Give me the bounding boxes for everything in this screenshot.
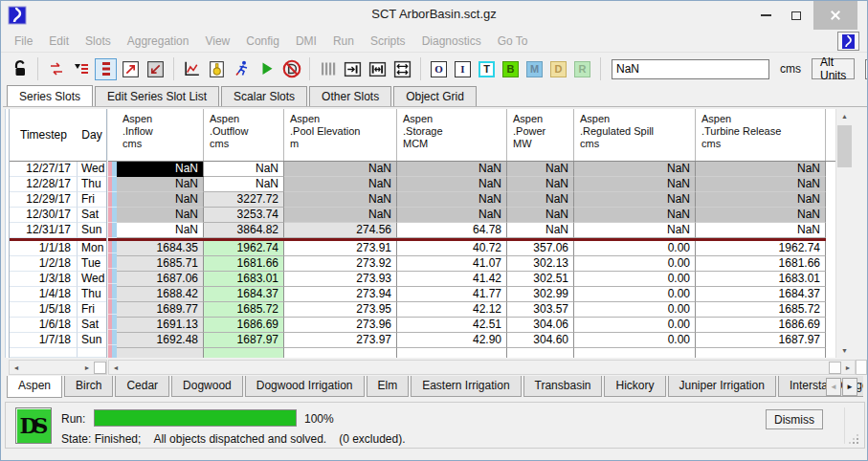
- day-cell[interactable]: Fri: [78, 302, 106, 318]
- table-cell[interactable]: NaN: [204, 162, 284, 177]
- table-cell[interactable]: NaN: [696, 162, 826, 177]
- table-cell[interactable]: 1687.97: [204, 333, 284, 348]
- timestep-cell[interactable]: 1/2/18: [10, 256, 78, 272]
- expand-aggregation-icon[interactable]: [120, 58, 142, 80]
- table-cell[interactable]: 302.51: [507, 272, 574, 287]
- scroll-right-button[interactable]: ►: [80, 361, 94, 374]
- menu-file[interactable]: File: [14, 34, 33, 48]
- table-cell[interactable]: NaN: [507, 162, 574, 177]
- sort-timesteps-icon[interactable]: [70, 58, 92, 80]
- tab-object-grid[interactable]: Object Grid: [393, 86, 477, 106]
- table-cell[interactable]: 1685.71: [117, 256, 204, 272]
- table-cell[interactable]: [284, 348, 397, 358]
- tab-scroll-right-button[interactable]: ►: [842, 378, 857, 396]
- tab-scalar-slots[interactable]: Scalar Slots: [221, 86, 307, 106]
- menu-view[interactable]: View: [205, 34, 230, 48]
- object-tab-elm[interactable]: Elm: [367, 376, 410, 397]
- timestep-header[interactable]: Timestep Day: [10, 109, 106, 162]
- dismiss-button[interactable]: Dismiss: [766, 409, 823, 429]
- table-cell[interactable]: NaN: [284, 177, 397, 192]
- table-cell[interactable]: 1683.01: [696, 272, 826, 287]
- table-cell[interactable]: 41.07: [397, 256, 507, 272]
- table-cell[interactable]: NaN: [507, 177, 574, 192]
- day-cell[interactable]: Thu: [78, 177, 106, 192]
- day-cell[interactable]: Mon: [78, 241, 106, 256]
- maximize-button[interactable]: [781, 1, 812, 30]
- table-cell[interactable]: 0.00: [574, 318, 696, 333]
- table-cell[interactable]: 1684.35: [117, 241, 204, 256]
- table-cell[interactable]: NaN: [574, 162, 696, 177]
- start-run-icon[interactable]: [256, 58, 278, 80]
- menu-scripts[interactable]: Scripts: [370, 34, 406, 48]
- table-cell[interactable]: 1686.69: [696, 318, 826, 333]
- horizontal-scrollbar-thumb[interactable]: [94, 362, 106, 374]
- vertical-scrollbar[interactable]: ▲ ▼: [835, 109, 852, 358]
- table-cell[interactable]: 1962.74: [204, 241, 284, 256]
- fit-all-columns-icon[interactable]: [391, 58, 413, 80]
- table-cell[interactable]: 273.92: [284, 256, 397, 272]
- menu-slots[interactable]: Slots: [85, 34, 111, 48]
- table-cell[interactable]: 0.00: [574, 256, 696, 272]
- table-cell[interactable]: NaN: [397, 177, 507, 192]
- table-cell[interactable]: 303.57: [507, 302, 574, 318]
- table-cell[interactable]: NaN: [507, 208, 574, 223]
- table-cell[interactable]: 1692.48: [117, 333, 204, 348]
- vertical-scrollbar-thumb[interactable]: [837, 125, 852, 167]
- flag-button-r[interactable]: R: [574, 61, 590, 77]
- tab-series-slots[interactable]: Series Slots: [7, 85, 93, 106]
- day-cell[interactable]: Fri: [78, 192, 106, 208]
- table-cell[interactable]: 41.77: [397, 287, 507, 302]
- flag-button-d[interactable]: D: [550, 61, 567, 77]
- tab-other-slots[interactable]: Other Slots: [309, 86, 391, 106]
- column-header-aspen-outflow[interactable]: Aspen.Outflowcms: [204, 109, 284, 161]
- table-cell[interactable]: 1688.42: [117, 287, 204, 302]
- table-cell[interactable]: 1686.69: [204, 318, 284, 333]
- table-cell[interactable]: [117, 348, 204, 358]
- cell-value-input[interactable]: [612, 59, 769, 79]
- day-cell[interactable]: Wed: [78, 162, 106, 177]
- timestep-cell[interactable]: 12/27/17: [10, 162, 78, 177]
- flag-button-i[interactable]: I: [455, 61, 471, 77]
- collapse-aggregation-icon[interactable]: [145, 58, 167, 80]
- table-cell[interactable]: 1683.01: [204, 272, 284, 287]
- menu-aggregation[interactable]: Aggregation: [127, 34, 189, 48]
- menu-edit[interactable]: Edit: [49, 34, 69, 48]
- day-cell[interactable]: Sun: [78, 223, 106, 238]
- close-button[interactable]: [813, 1, 857, 30]
- day-cell[interactable]: Tue: [78, 256, 106, 272]
- tab-scroll-left-button[interactable]: ◄: [826, 378, 841, 396]
- table-cell[interactable]: NaN: [117, 177, 204, 192]
- day-cell[interactable]: [78, 348, 106, 358]
- table-cell[interactable]: NaN: [696, 192, 826, 208]
- table-cell[interactable]: 273.95: [284, 302, 397, 318]
- object-tab-hickory[interactable]: Hickory: [604, 376, 665, 397]
- table-cell[interactable]: NaN: [204, 177, 284, 192]
- scroll-down-button[interactable]: ▼: [836, 343, 853, 358]
- table-cell[interactable]: [397, 348, 507, 358]
- table-cell[interactable]: NaN: [117, 192, 204, 208]
- timestep-cell[interactable]: 12/30/17: [10, 208, 78, 223]
- table-cell[interactable]: NaN: [117, 162, 204, 177]
- table-cell[interactable]: 1684.37: [696, 287, 826, 302]
- table-cell[interactable]: NaN: [574, 223, 696, 238]
- flag-button-t[interactable]: T: [479, 61, 495, 77]
- table-cell[interactable]: 42.51: [397, 318, 507, 333]
- flag-button-m[interactable]: M: [526, 61, 543, 77]
- table-cell[interactable]: 273.94: [284, 287, 397, 302]
- timestep-horizontal-scrollbar[interactable]: ◄ ►: [9, 360, 107, 375]
- table-cell[interactable]: 3227.72: [204, 192, 284, 208]
- object-tab-dogwood[interactable]: Dogwood: [171, 376, 243, 397]
- object-tab-birch[interactable]: Birch: [64, 376, 113, 397]
- menu-run[interactable]: Run: [333, 34, 354, 48]
- alt-units-button[interactable]: Alt Units: [812, 58, 855, 79]
- column-header-aspen-turbine-release[interactable]: Aspen.Turbine Releasecms: [696, 109, 826, 161]
- table-cell[interactable]: NaN: [507, 192, 574, 208]
- day-cell[interactable]: Wed: [78, 272, 106, 287]
- column-header-aspen-pool-elevation[interactable]: Aspen.Pool Elevationm: [284, 109, 397, 161]
- table-cell[interactable]: 1689.77: [117, 302, 204, 318]
- minimize-button[interactable]: [750, 1, 781, 30]
- table-cell[interactable]: NaN: [574, 192, 696, 208]
- fit-column-both-icon[interactable]: [367, 58, 389, 80]
- table-cell[interactable]: 302.13: [507, 256, 574, 272]
- timestep-cell[interactable]: 1/4/18: [10, 287, 78, 302]
